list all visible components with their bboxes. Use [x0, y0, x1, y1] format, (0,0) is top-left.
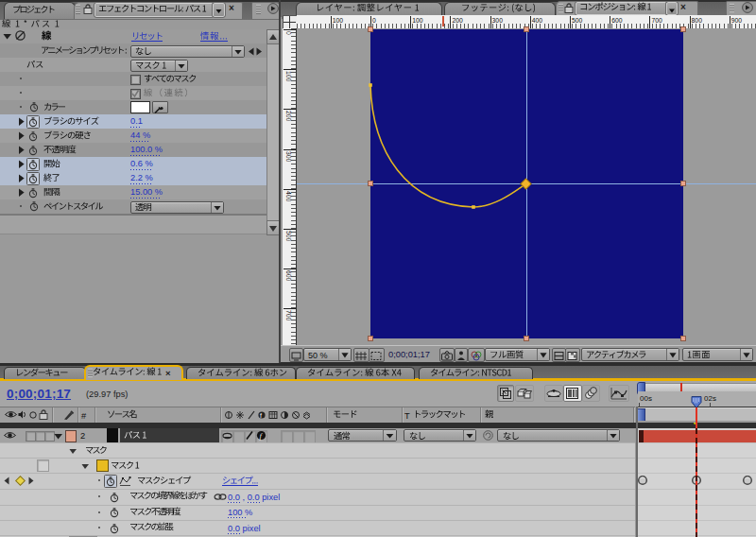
svg-text:f: f [260, 412, 262, 419]
